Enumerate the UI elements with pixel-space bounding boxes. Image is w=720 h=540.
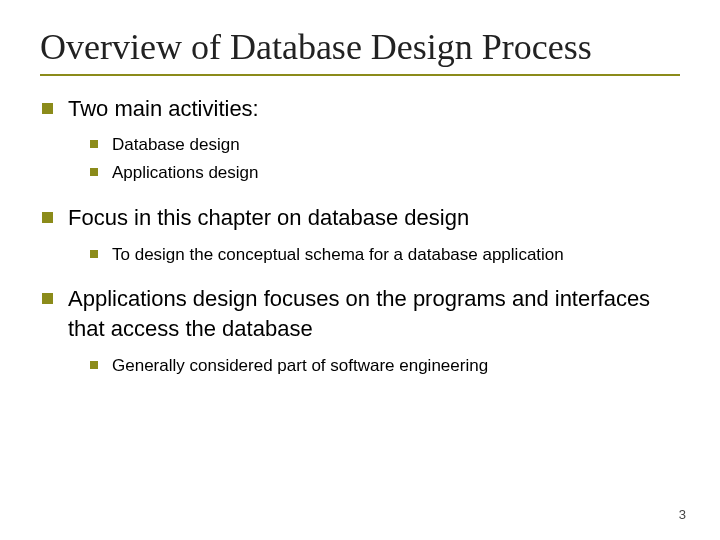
slide-title: Overview of Database Design Process <box>40 28 680 68</box>
sub-list: Database design Applications design <box>68 133 680 185</box>
list-item-text: Focus in this chapter on database design <box>68 205 469 230</box>
bullet-list: Two main activities: Database design App… <box>40 94 680 378</box>
sub-list-item: Database design <box>90 133 680 157</box>
title-underline <box>40 74 680 76</box>
sub-list-item-text: Applications design <box>112 163 258 182</box>
list-item-text: Applications design focuses on the progr… <box>68 286 650 341</box>
sub-list-item-text: Database design <box>112 135 240 154</box>
sub-list-item-text: Generally considered part of software en… <box>112 356 488 375</box>
sub-list: To design the conceptual schema for a da… <box>68 243 680 267</box>
list-item-text: Two main activities: <box>68 96 259 121</box>
sub-list-item: To design the conceptual schema for a da… <box>90 243 680 267</box>
list-item: Focus in this chapter on database design… <box>40 203 680 266</box>
sub-list: Generally considered part of software en… <box>68 354 680 378</box>
list-item: Applications design focuses on the progr… <box>40 284 680 377</box>
sub-list-item: Applications design <box>90 161 680 185</box>
slide: Overview of Database Design Process Two … <box>0 0 720 540</box>
list-item: Two main activities: Database design App… <box>40 94 680 185</box>
sub-list-item: Generally considered part of software en… <box>90 354 680 378</box>
page-number: 3 <box>679 507 686 522</box>
sub-list-item-text: To design the conceptual schema for a da… <box>112 245 564 264</box>
